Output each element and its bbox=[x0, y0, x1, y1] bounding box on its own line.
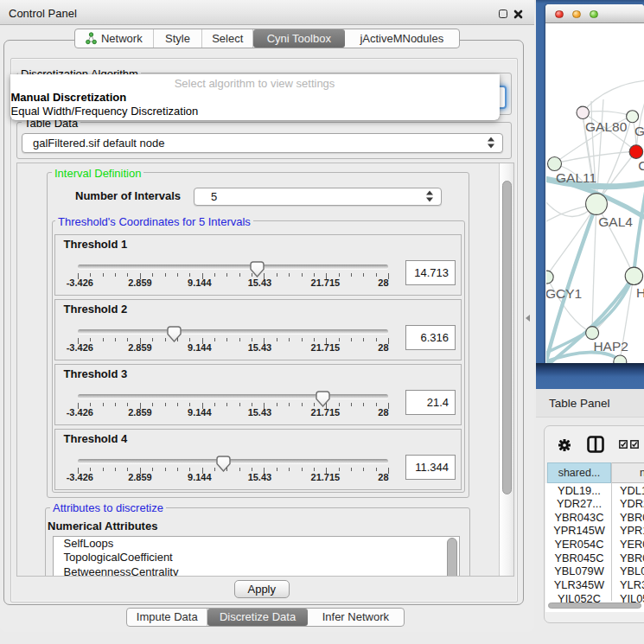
svg-text:GAL2: GAL2 bbox=[634, 124, 644, 138]
svg-text:H: H bbox=[636, 285, 644, 300]
svg-text:GAL4: GAL4 bbox=[598, 214, 633, 229]
svg-text:C: C bbox=[638, 158, 644, 173]
svg-text:GAL11: GAL11 bbox=[556, 170, 596, 185]
svg-text:HAP2: HAP2 bbox=[593, 339, 628, 354]
svg-text:GAL80: GAL80 bbox=[585, 119, 628, 134]
svg-text:GCY1: GCY1 bbox=[546, 286, 582, 301]
